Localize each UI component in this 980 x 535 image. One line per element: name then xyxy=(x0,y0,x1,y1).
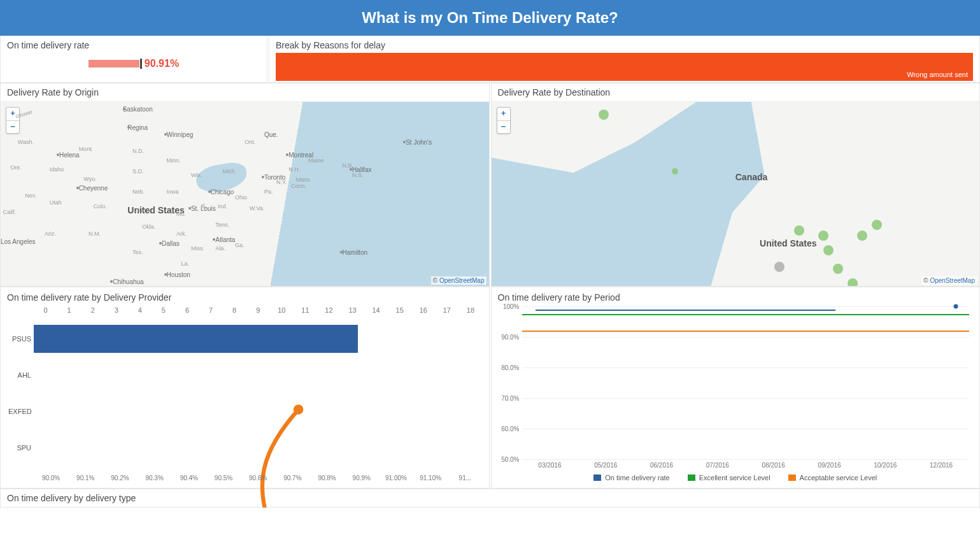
y-tick: 50.0% xyxy=(497,456,520,463)
kpi-delay-title: Break by Reasons for delay xyxy=(276,40,973,50)
dashboard-title: What is my On Time Delivery Rate? xyxy=(0,0,980,36)
provider-row-label: EXFED xyxy=(8,408,31,415)
provider-row-label: SPU xyxy=(8,444,31,452)
gauge-bar xyxy=(89,60,139,68)
map-origin-title: Delivery Rate by Origin xyxy=(1,83,489,101)
city-dot xyxy=(123,108,125,110)
zoom-in-button[interactable]: + xyxy=(497,108,510,120)
x-tick: 10/2016 xyxy=(857,462,913,469)
kpi-otd-rate-title: On time delivery rate xyxy=(7,40,260,50)
x-tick: 08/2016 xyxy=(746,462,802,469)
x-tick: 12/2016 xyxy=(913,462,969,469)
map-destination-panel: Delivery Rate by Destination + − Canada … xyxy=(491,83,981,287)
y-tick: 90.0% xyxy=(497,334,520,341)
x-tick: 09/2016 xyxy=(802,462,858,469)
map-origin-zoom: + − xyxy=(6,107,20,134)
map-destination-title: Delivery Rate by Destination xyxy=(492,83,980,101)
dest-dot xyxy=(794,225,804,236)
y-tick: 70.0% xyxy=(497,395,520,402)
legend-swatch xyxy=(788,474,796,481)
y-tick: 60.0% xyxy=(497,425,520,432)
map-ocean-split xyxy=(1,102,489,286)
x-tick: 05/2016 xyxy=(578,462,634,469)
provider-row: AHL xyxy=(34,357,483,393)
map-dest-zoom: + − xyxy=(497,107,511,134)
x-tick: 03/2016 xyxy=(522,462,578,469)
provider-chart-panel: On time delivery rate by Delivery Provid… xyxy=(0,287,490,489)
provider-row: EXFED xyxy=(34,394,483,430)
y-tick: 80.0% xyxy=(497,364,520,371)
zoom-out-button[interactable]: − xyxy=(497,120,510,133)
provider-top-axis: 0123456789101112131415161718 xyxy=(34,306,483,314)
provider-rows: PSUSAHLEXFEDSPU xyxy=(34,320,483,466)
x-tick: 06/2016 xyxy=(634,462,690,469)
provider-row-label: PSUS xyxy=(8,335,31,343)
period-x-axis: 03/201605/201606/201607/201608/201609/20… xyxy=(522,462,970,469)
kpi-otd-gauge: 90.91% xyxy=(7,53,260,77)
legend-label: On time delivery rate xyxy=(605,474,669,481)
delivery-type-title: On time delivery by delivery type xyxy=(0,489,980,508)
dest-dot xyxy=(848,278,858,286)
map-origin[interactable]: + − United States Saskatoon Regina Winni… xyxy=(1,101,489,286)
delay-bar[interactable]: Wrong amount sent xyxy=(276,53,973,81)
series-point xyxy=(953,304,958,309)
city-dot xyxy=(164,133,167,136)
period-chart-panel: On time delivery rate by Period 100%90.0… xyxy=(491,287,981,489)
legend-swatch xyxy=(688,474,695,481)
city-dot xyxy=(188,207,191,210)
provider-row-label: AHL xyxy=(8,371,31,379)
city-dot xyxy=(262,176,264,178)
kpi-otd-rate-panel: On time delivery rate 90.91% xyxy=(0,36,267,83)
period-legend: On time delivery rateExcellent service L… xyxy=(497,469,975,483)
provider-bar[interactable] xyxy=(34,325,358,353)
city-dot xyxy=(340,251,343,253)
provider-chart-title: On time delivery rate by Delivery Provid… xyxy=(6,290,484,306)
legend-item[interactable]: Excellent service Level xyxy=(688,474,771,481)
gauge-value: 90.91% xyxy=(145,58,179,69)
provider-bottom-axis: 90.0%90.1%90.2%90.3%90.4%90.5%90.6%90.7%… xyxy=(34,474,483,481)
provider-chart[interactable]: 0123456789101112131415161718 PSUSAHLEXFE… xyxy=(6,306,484,481)
series-line xyxy=(522,314,970,315)
period-chart-title: On time delivery rate by Period xyxy=(497,290,975,306)
map-osm-credit[interactable]: OpenStreetMap xyxy=(921,276,977,285)
city-dot xyxy=(208,190,211,193)
legend-item[interactable]: Acceptable service Level xyxy=(788,474,877,481)
period-chart[interactable]: 100%90.0%80.0%70.0%60.0%50.0% xyxy=(522,306,970,459)
city-dot xyxy=(159,242,162,245)
legend-label: Excellent service Level xyxy=(699,474,771,481)
map-origin-panel: Delivery Rate by Origin + − United State… xyxy=(0,83,490,287)
city-dot xyxy=(76,187,79,189)
kpi-delay-panel: Break by Reasons for delay Wrong amount … xyxy=(269,36,980,83)
legend-swatch xyxy=(593,474,601,481)
city-dot xyxy=(164,273,167,276)
provider-row: PSUS xyxy=(34,320,483,357)
map-osm-credit[interactable]: OpenStreetMap xyxy=(431,276,486,285)
zoom-in-button[interactable]: + xyxy=(6,108,19,120)
map-destination[interactable]: + − Canada United States OpenStreetMap xyxy=(492,101,980,286)
legend-item[interactable]: On time delivery rate xyxy=(593,474,669,481)
series-line xyxy=(522,331,970,332)
series-line xyxy=(536,310,836,311)
dest-dot xyxy=(599,110,609,120)
x-tick: 07/2016 xyxy=(690,462,746,469)
provider-row: SPU xyxy=(34,430,483,466)
legend-label: Acceptable service Level xyxy=(800,474,877,481)
city-dot xyxy=(127,126,130,129)
y-tick: 100% xyxy=(497,303,520,310)
delay-bar-label: Wrong amount sent xyxy=(907,71,968,78)
zoom-out-button[interactable]: − xyxy=(6,120,19,133)
